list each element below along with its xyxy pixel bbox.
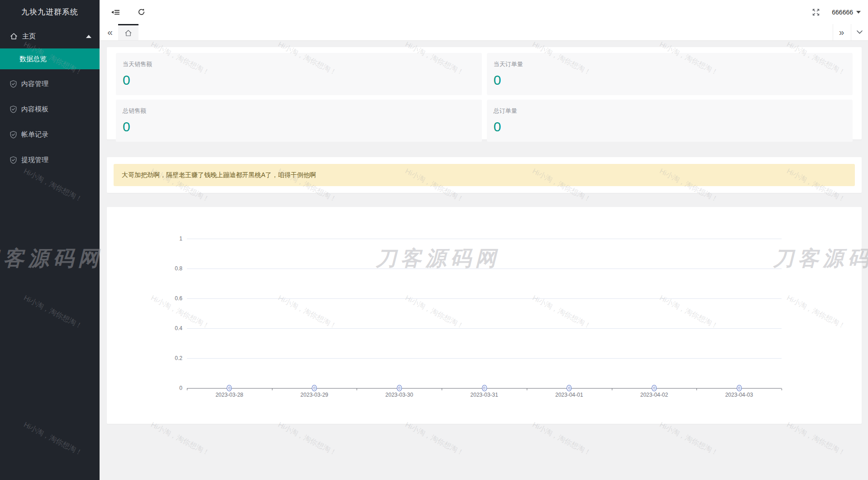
y-axis-tick-label: 1 — [162, 235, 182, 242]
sidebar-item-content-template[interactable]: 内容模板 — [0, 96, 100, 122]
y-axis-tick-label: 0.6 — [162, 295, 182, 302]
stat-value: 0 — [123, 72, 475, 88]
tabs-more-button[interactable]: » — [833, 24, 850, 40]
shield-check-icon — [10, 131, 17, 139]
stats-panel: 当天销售额0当天订单量0总销售额0总订单量0 — [107, 47, 862, 139]
tabs-dropdown-button[interactable] — [851, 24, 868, 40]
stats-grid: 当天销售额0当天订单量0总销售额0总订单量0 — [116, 53, 853, 134]
data-point: 0 — [397, 385, 402, 391]
chevron-down-icon — [857, 30, 863, 34]
x-axis-tick-label: 2023-04-01 — [542, 392, 596, 398]
stat-card-3: 总订单量0 — [487, 100, 853, 142]
x-axis-tick-label: 2023-03-28 — [202, 392, 257, 398]
sidebar-subitem-0[interactable]: 数据总览 — [0, 48, 100, 69]
notice-text: 大哥加把劲啊，隔壁老王赚了钱晚上蹦迪都开黑桃A了，咱得干倒他啊 — [122, 171, 316, 179]
stat-label: 当天销售额 — [123, 60, 475, 68]
sidebar: 九块九进群系统 主页 数据总览 内容管理内容模板帐单记录提现管理 — [0, 0, 100, 480]
sidebar-menu: 内容管理内容模板帐单记录提现管理 — [0, 71, 100, 173]
sidebar-item-billing-records[interactable]: 帐单记录 — [0, 122, 100, 147]
line-chart: 10.80.60.40.202023-03-2802023-03-2902023… — [107, 207, 862, 424]
data-point: 0 — [227, 385, 232, 391]
data-point: 0 — [312, 385, 317, 391]
fullscreen-icon — [812, 8, 820, 16]
gridline — [187, 269, 782, 269]
data-point: 0 — [482, 385, 487, 391]
sidebar-submenu: 数据总览 — [0, 48, 100, 69]
stat-label: 当天订单量 — [494, 60, 846, 68]
chevron-down-icon — [856, 11, 861, 14]
refresh-icon — [138, 8, 145, 16]
gridline — [187, 239, 782, 239]
home-icon — [10, 33, 18, 40]
username: 666666 — [832, 9, 853, 16]
refresh-button[interactable] — [131, 0, 151, 24]
stat-label: 总销售额 — [123, 107, 475, 115]
user-menu[interactable]: 666666 — [829, 0, 863, 24]
collapse-menu-icon — [111, 9, 119, 16]
stat-label: 总订单量 — [494, 107, 846, 115]
collapse-menu-button[interactable] — [105, 0, 125, 24]
x-axis-tick-label: 2023-03-31 — [457, 392, 511, 398]
shield-check-icon — [10, 80, 17, 88]
tab-bar: « » — [100, 24, 868, 41]
data-point: 0 — [652, 385, 657, 391]
main-content: 当天销售额0当天订单量0总销售额0总订单量0 大哥加把劲啊，隔壁老王赚了钱晚上蹦… — [100, 41, 868, 480]
home-icon — [124, 29, 132, 37]
notice-banner: 大哥加把劲啊，隔壁老王赚了钱晚上蹦迪都开黑桃A了，咱得干倒他啊 — [114, 164, 855, 186]
stat-value: 0 — [123, 119, 475, 134]
x-axis-tick — [612, 389, 612, 390]
sidebar-item-label: 帐单记录 — [21, 130, 48, 139]
app-title: 九块九进群系统 — [0, 0, 100, 24]
gridline — [187, 328, 782, 329]
y-axis-tick-label: 0 — [162, 385, 182, 391]
x-axis-tick — [442, 389, 442, 390]
chevron-up-icon — [86, 35, 91, 38]
data-point: 0 — [567, 385, 572, 391]
shield-check-icon — [10, 156, 17, 164]
stat-value: 0 — [494, 119, 846, 134]
chart-panel: 10.80.60.40.202023-03-2802023-03-2902023… — [107, 207, 862, 424]
stat-card-0: 当天销售额0 — [116, 53, 482, 95]
sidebar-item-label: 提现管理 — [21, 156, 48, 164]
sidebar-item-home[interactable]: 主页 — [0, 24, 100, 48]
tab-home[interactable] — [118, 24, 138, 40]
notice-panel: 大哥加把劲啊，隔壁老王赚了钱晚上蹦迪都开黑桃A了，咱得干倒他啊 — [107, 157, 862, 193]
x-axis-tick-label: 2023-04-03 — [712, 392, 766, 398]
stat-card-2: 总销售额0 — [116, 100, 482, 142]
tabs-scroll-left-button[interactable]: « — [102, 24, 118, 40]
sidebar-item-content-management[interactable]: 内容管理 — [0, 71, 100, 96]
sidebar-item-withdrawal-management[interactable]: 提现管理 — [0, 147, 100, 173]
y-axis-tick-label: 0.4 — [162, 325, 182, 331]
gridline — [187, 298, 782, 299]
shield-check-icon — [10, 106, 17, 113]
data-point: 0 — [737, 385, 742, 391]
x-axis-tick — [527, 389, 527, 390]
x-axis-tick-label: 2023-04-02 — [627, 392, 681, 398]
fullscreen-button[interactable] — [806, 0, 826, 24]
x-axis-tick — [272, 389, 272, 390]
y-axis-tick-label: 0.2 — [162, 355, 182, 361]
x-axis-tick — [187, 389, 187, 390]
x-axis-tick-label: 2023-03-30 — [372, 392, 426, 398]
stat-card-1: 当天订单量0 — [487, 53, 853, 95]
x-axis-tick — [782, 389, 782, 390]
sidebar-item-label: 内容管理 — [21, 80, 48, 88]
page: 九块九进群系统 主页 数据总览 内容管理内容模板帐单记录提现管理 — [0, 0, 868, 480]
x-axis-tick — [696, 389, 697, 390]
top-header: 666666 — [100, 0, 868, 24]
stat-value: 0 — [494, 72, 846, 88]
sidebar-item-label: 主页 — [22, 32, 86, 41]
sidebar-item-label: 内容模板 — [21, 105, 48, 114]
y-axis-tick-label: 0.8 — [162, 265, 182, 272]
x-axis-tick — [357, 389, 357, 390]
gridline — [187, 358, 782, 359]
x-axis-tick-label: 2023-03-29 — [287, 392, 342, 398]
